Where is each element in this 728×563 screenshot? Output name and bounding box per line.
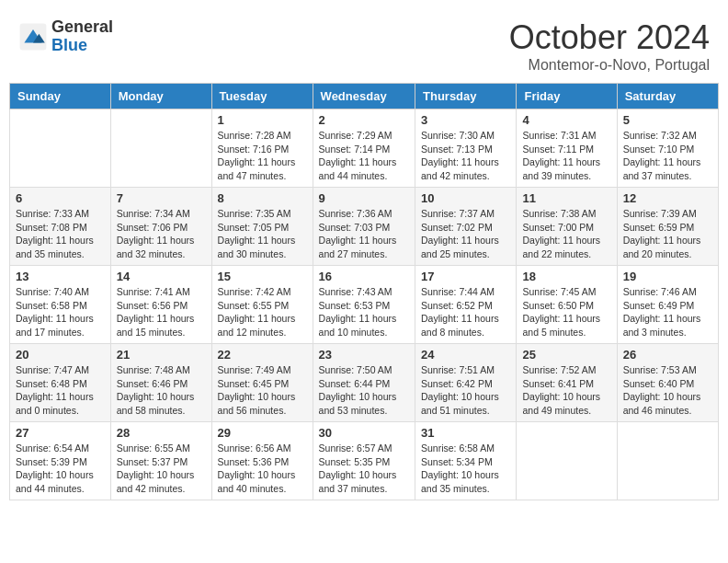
day-number: 18	[522, 270, 610, 283]
calendar-day-cell: 24Sunrise: 7:51 AM Sunset: 6:42 PM Dayli…	[415, 344, 517, 422]
day-number: 5	[623, 113, 712, 127]
logo: General Blue	[18, 18, 113, 55]
day-info: Sunrise: 7:35 AM Sunset: 7:05 PM Dayligh…	[218, 207, 307, 261]
day-number: 7	[117, 191, 206, 205]
logo-blue-text: Blue	[51, 37, 113, 55]
day-info: Sunrise: 7:47 AM Sunset: 6:48 PM Dayligh…	[16, 363, 105, 418]
day-info: Sunrise: 6:58 AM Sunset: 5:34 PM Dayligh…	[421, 442, 510, 496]
day-info: Sunrise: 7:43 AM Sunset: 6:53 PM Dayligh…	[319, 285, 409, 339]
day-info: Sunrise: 6:54 AM Sunset: 5:39 PM Dayligh…	[16, 442, 105, 496]
day-info: Sunrise: 7:29 AM Sunset: 7:14 PM Dayligh…	[319, 129, 409, 183]
day-info: Sunrise: 7:38 AM Sunset: 7:00 PM Dayligh…	[522, 207, 610, 261]
day-number: 30	[319, 426, 409, 440]
day-number: 2	[319, 113, 409, 127]
day-number: 24	[421, 348, 510, 362]
day-number: 20	[16, 348, 105, 362]
calendar-day-cell	[517, 422, 617, 500]
calendar-day-cell: 5Sunrise: 7:32 AM Sunset: 7:10 PM Daylig…	[617, 109, 718, 188]
title-block: October 2024 Montemor-o-Novo, Portugal	[509, 18, 710, 74]
calendar-day-cell: 11Sunrise: 7:38 AM Sunset: 7:00 PM Dayli…	[517, 188, 617, 266]
day-number: 27	[16, 426, 105, 440]
day-number: 4	[522, 113, 610, 127]
logo-icon	[18, 22, 48, 52]
logo-general-text: General	[51, 18, 113, 37]
day-number: 8	[218, 191, 307, 205]
calendar-day-cell: 9Sunrise: 7:36 AM Sunset: 7:03 PM Daylig…	[313, 188, 415, 266]
day-number: 23	[319, 348, 409, 362]
calendar-day-cell: 14Sunrise: 7:41 AM Sunset: 6:56 PM Dayli…	[110, 266, 211, 344]
calendar-day-cell: 21Sunrise: 7:48 AM Sunset: 6:46 PM Dayli…	[110, 344, 211, 422]
day-of-week-header: Friday	[517, 84, 617, 109]
day-info: Sunrise: 7:39 AM Sunset: 6:59 PM Dayligh…	[623, 207, 712, 261]
calendar-day-cell: 8Sunrise: 7:35 AM Sunset: 7:05 PM Daylig…	[211, 188, 313, 266]
calendar-header-row: SundayMondayTuesdayWednesdayThursdayFrid…	[10, 84, 719, 109]
day-of-week-header: Sunday	[10, 84, 111, 109]
calendar-day-cell: 19Sunrise: 7:46 AM Sunset: 6:49 PM Dayli…	[617, 266, 718, 344]
day-info: Sunrise: 7:44 AM Sunset: 6:52 PM Dayligh…	[421, 285, 510, 339]
calendar-day-cell: 22Sunrise: 7:49 AM Sunset: 6:45 PM Dayli…	[211, 344, 313, 422]
calendar-day-cell: 23Sunrise: 7:50 AM Sunset: 6:44 PM Dayli…	[313, 344, 415, 422]
day-of-week-header: Wednesday	[313, 84, 415, 109]
day-info: Sunrise: 6:55 AM Sunset: 5:37 PM Dayligh…	[117, 442, 206, 496]
day-info: Sunrise: 7:53 AM Sunset: 6:40 PM Dayligh…	[623, 363, 712, 418]
day-number: 15	[218, 270, 307, 283]
calendar-day-cell: 6Sunrise: 7:33 AM Sunset: 7:08 PM Daylig…	[10, 188, 111, 266]
month-title: October 2024	[509, 18, 710, 57]
day-info: Sunrise: 7:50 AM Sunset: 6:44 PM Dayligh…	[319, 363, 409, 418]
day-info: Sunrise: 7:34 AM Sunset: 7:06 PM Dayligh…	[117, 207, 206, 261]
page-header: General Blue October 2024 Montemor-o-Nov…	[9, 9, 719, 78]
calendar-week-row: 6Sunrise: 7:33 AM Sunset: 7:08 PM Daylig…	[10, 188, 719, 266]
calendar-day-cell: 2Sunrise: 7:29 AM Sunset: 7:14 PM Daylig…	[313, 109, 415, 188]
day-info: Sunrise: 7:31 AM Sunset: 7:11 PM Dayligh…	[522, 129, 610, 183]
calendar-day-cell: 10Sunrise: 7:37 AM Sunset: 7:02 PM Dayli…	[415, 188, 517, 266]
day-number: 11	[522, 191, 610, 205]
calendar-day-cell: 29Sunrise: 6:56 AM Sunset: 5:36 PM Dayli…	[211, 422, 313, 500]
calendar-table: SundayMondayTuesdayWednesdayThursdayFrid…	[9, 83, 719, 500]
day-number: 3	[421, 113, 510, 127]
day-info: Sunrise: 7:51 AM Sunset: 6:42 PM Dayligh…	[421, 363, 510, 418]
day-number: 29	[218, 426, 307, 440]
day-of-week-header: Thursday	[415, 84, 517, 109]
day-info: Sunrise: 7:33 AM Sunset: 7:08 PM Dayligh…	[16, 207, 105, 261]
day-number: 28	[117, 426, 206, 440]
calendar-day-cell: 13Sunrise: 7:40 AM Sunset: 6:58 PM Dayli…	[10, 266, 111, 344]
calendar-day-cell: 31Sunrise: 6:58 AM Sunset: 5:34 PM Dayli…	[415, 422, 517, 500]
day-number: 16	[319, 270, 409, 283]
calendar-day-cell: 4Sunrise: 7:31 AM Sunset: 7:11 PM Daylig…	[517, 109, 617, 188]
calendar-day-cell: 26Sunrise: 7:53 AM Sunset: 6:40 PM Dayli…	[617, 344, 718, 422]
day-info: Sunrise: 6:56 AM Sunset: 5:36 PM Dayligh…	[218, 442, 307, 496]
calendar-week-row: 1Sunrise: 7:28 AM Sunset: 7:16 PM Daylig…	[10, 109, 719, 188]
calendar-day-cell: 12Sunrise: 7:39 AM Sunset: 6:59 PM Dayli…	[617, 188, 718, 266]
day-info: Sunrise: 7:42 AM Sunset: 6:55 PM Dayligh…	[218, 285, 307, 339]
calendar-day-cell	[10, 109, 111, 188]
day-number: 22	[218, 348, 307, 362]
calendar-day-cell: 27Sunrise: 6:54 AM Sunset: 5:39 PM Dayli…	[10, 422, 111, 500]
calendar-day-cell: 28Sunrise: 6:55 AM Sunset: 5:37 PM Dayli…	[110, 422, 211, 500]
calendar-week-row: 27Sunrise: 6:54 AM Sunset: 5:39 PM Dayli…	[10, 422, 719, 500]
calendar-day-cell: 1Sunrise: 7:28 AM Sunset: 7:16 PM Daylig…	[211, 109, 313, 188]
calendar-week-row: 13Sunrise: 7:40 AM Sunset: 6:58 PM Dayli…	[10, 266, 719, 344]
calendar-day-cell: 15Sunrise: 7:42 AM Sunset: 6:55 PM Dayli…	[211, 266, 313, 344]
day-info: Sunrise: 7:41 AM Sunset: 6:56 PM Dayligh…	[117, 285, 206, 339]
day-number: 26	[623, 348, 712, 362]
calendar-day-cell	[110, 109, 211, 188]
calendar-day-cell: 20Sunrise: 7:47 AM Sunset: 6:48 PM Dayli…	[10, 344, 111, 422]
day-info: Sunrise: 7:32 AM Sunset: 7:10 PM Dayligh…	[623, 129, 712, 183]
day-of-week-header: Tuesday	[211, 84, 313, 109]
day-info: Sunrise: 6:57 AM Sunset: 5:35 PM Dayligh…	[319, 442, 409, 496]
calendar-day-cell: 17Sunrise: 7:44 AM Sunset: 6:52 PM Dayli…	[415, 266, 517, 344]
day-info: Sunrise: 7:46 AM Sunset: 6:49 PM Dayligh…	[623, 285, 712, 339]
calendar-day-cell: 3Sunrise: 7:30 AM Sunset: 7:13 PM Daylig…	[415, 109, 517, 188]
day-number: 25	[522, 348, 610, 362]
location-text: Montemor-o-Novo, Portugal	[509, 57, 710, 74]
day-info: Sunrise: 7:28 AM Sunset: 7:16 PM Dayligh…	[218, 129, 307, 183]
day-number: 10	[421, 191, 510, 205]
day-number: 12	[623, 191, 712, 205]
day-info: Sunrise: 7:36 AM Sunset: 7:03 PM Dayligh…	[319, 207, 409, 261]
day-number: 21	[117, 348, 206, 362]
day-number: 14	[117, 270, 206, 283]
calendar-week-row: 20Sunrise: 7:47 AM Sunset: 6:48 PM Dayli…	[10, 344, 719, 422]
day-info: Sunrise: 7:40 AM Sunset: 6:58 PM Dayligh…	[16, 285, 105, 339]
calendar-day-cell	[617, 422, 718, 500]
day-number: 31	[421, 426, 510, 440]
